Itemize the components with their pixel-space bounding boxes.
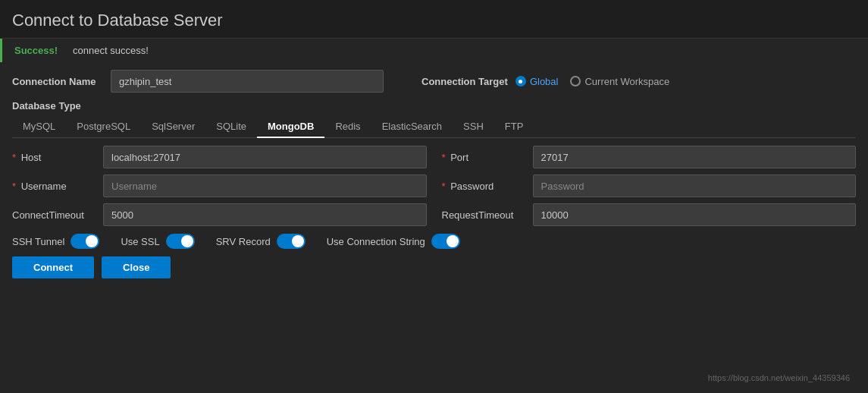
username-input[interactable] xyxy=(103,174,427,197)
port-required: * xyxy=(442,152,446,163)
ssh-tunnel-knob xyxy=(86,235,98,247)
use-ssl-knob xyxy=(181,235,193,247)
db-tab-sqlserver[interactable]: SqlServer xyxy=(141,116,205,138)
connection-name-label: Connection Name xyxy=(12,76,103,87)
radio-workspace-circle xyxy=(570,76,581,86)
db-tab-elasticsearch[interactable]: ElasticSearch xyxy=(371,116,453,138)
close-button[interactable]: Close xyxy=(102,256,171,278)
radio-global-label: Global xyxy=(530,76,559,87)
srv-record-label: SRV Record xyxy=(216,236,271,247)
request-timeout-label: RequestTimeout xyxy=(442,209,525,221)
request-timeout-input[interactable] xyxy=(533,203,857,226)
connect-timeout-label: ConnectTimeout xyxy=(12,209,96,221)
use-ssl-toggle[interactable] xyxy=(166,234,195,249)
db-tab-ssh[interactable]: SSH xyxy=(453,116,494,138)
success-label: Success! xyxy=(14,45,58,56)
username-field-row: * Username xyxy=(12,174,427,197)
radio-global[interactable]: Global xyxy=(515,76,559,87)
connection-name-input[interactable] xyxy=(111,70,384,93)
db-tab-sqlite[interactable]: SQLite xyxy=(205,116,257,138)
use-ssl-toggle-item: Use SSL xyxy=(121,234,194,249)
db-tab-redis[interactable]: Redis xyxy=(324,116,371,138)
radio-workspace[interactable]: Current Workspace xyxy=(570,76,669,87)
srv-record-toggle-item: SRV Record xyxy=(216,234,306,249)
srv-record-knob xyxy=(292,235,304,247)
connect-timeout-input[interactable] xyxy=(103,203,427,226)
request-timeout-field-row: RequestTimeout xyxy=(442,203,857,226)
connection-target-label: Connection Target xyxy=(421,76,508,87)
password-input[interactable] xyxy=(533,174,857,197)
use-connection-string-label: Use Connection String xyxy=(327,236,425,247)
db-type-title: Database Type xyxy=(12,100,856,112)
use-ssl-label: Use SSL xyxy=(121,236,159,247)
password-field-row: * Password xyxy=(442,174,857,197)
db-tab-mysql[interactable]: MySQL xyxy=(12,116,66,138)
success-message: connect success! xyxy=(73,45,149,56)
host-label: * Host xyxy=(12,152,96,163)
ssh-tunnel-toggle[interactable] xyxy=(71,234,99,249)
password-label: * Password xyxy=(442,181,525,192)
host-field-row: * Host xyxy=(12,146,427,168)
ssh-tunnel-toggle-item: SSH Tunnel xyxy=(12,234,99,249)
db-tab-ftp[interactable]: FTP xyxy=(494,116,534,138)
host-required: * xyxy=(12,152,16,163)
password-required: * xyxy=(442,181,446,192)
connect-timeout-field-row: ConnectTimeout xyxy=(12,203,427,226)
use-connection-string-knob xyxy=(447,235,459,247)
username-required: * xyxy=(12,181,16,192)
toggle-row: SSH Tunnel Use SSL SRV Record xyxy=(12,234,856,249)
ssh-tunnel-label: SSH Tunnel xyxy=(12,236,64,247)
port-label: * Port xyxy=(442,152,525,163)
radio-global-circle xyxy=(515,76,526,86)
connect-button[interactable]: Connect xyxy=(12,256,94,278)
port-field-row: * Port xyxy=(442,146,857,168)
username-label: * Username xyxy=(12,181,96,192)
button-row: Connect Close xyxy=(12,256,856,278)
port-input[interactable] xyxy=(533,146,857,168)
db-tab-postgresql[interactable]: PostgreSQL xyxy=(66,116,141,138)
app-title: Connect to Database Server xyxy=(12,11,856,30)
use-connection-string-toggle-item: Use Connection String xyxy=(327,234,460,249)
host-input[interactable] xyxy=(103,146,427,168)
radio-group: Global Current Workspace xyxy=(515,76,669,87)
success-banner: Success! connect success! xyxy=(0,39,868,62)
db-tab-mongodb[interactable]: MongoDB xyxy=(257,116,324,138)
footer-url: https://blog.csdn.net/weixin_44359346 xyxy=(0,373,859,387)
use-connection-string-toggle[interactable] xyxy=(431,234,460,249)
srv-record-toggle[interactable] xyxy=(277,234,306,249)
db-tabs: MySQLPostgreSQLSqlServerSQLiteMongoDBRed… xyxy=(12,116,856,138)
radio-workspace-label: Current Workspace xyxy=(584,76,669,87)
